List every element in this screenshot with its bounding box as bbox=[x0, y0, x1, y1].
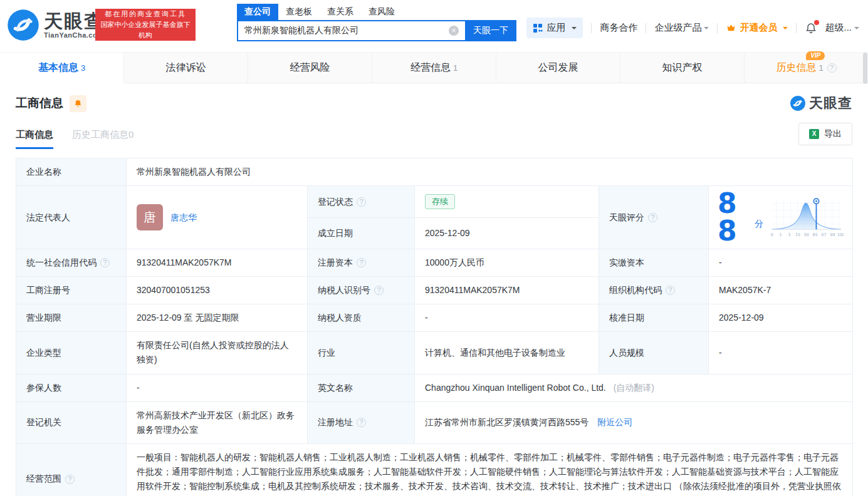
table-row: 法定代表人 唐 唐志华 登记状态 存续 天眼评分 bbox=[16, 186, 853, 218]
help-icon[interactable] bbox=[827, 63, 837, 73]
nearby-companies-link[interactable]: 附近公司 bbox=[597, 417, 632, 427]
scrollbar-thumb[interactable] bbox=[863, 53, 867, 84]
table-row: 统一社会信用代码 91320411MAK2057K7M 注册资本 10000万人… bbox=[16, 249, 853, 277]
nav-enterprise-products[interactable]: 企业级产品 bbox=[654, 22, 709, 34]
svg-text:50: 50 bbox=[804, 232, 809, 237]
search-button[interactable]: 天眼一下 bbox=[465, 20, 516, 41]
field-label: 营业期限 bbox=[16, 304, 127, 332]
business-scope-value: 一般项目：智能机器人的研发；智能机器人销售；工业机器人制造；工业机器人销售；机械… bbox=[127, 443, 853, 496]
tab-basic-info[interactable]: 基本信息 3 bbox=[0, 53, 124, 83]
header-nav: 应用 商务合作 企业级产品 开通会员 bbox=[526, 18, 859, 38]
field-label: 法定代表人 bbox=[16, 186, 127, 249]
field-label: 登记机关 bbox=[16, 401, 127, 443]
tab-legal-litigation[interactable]: 法律诉讼 bbox=[124, 53, 248, 83]
chevron-down-icon bbox=[572, 27, 577, 32]
score-distribution-chart: 0 1 3 15 50 85 97 99 100 bbox=[770, 194, 844, 240]
table-row: 经营范围 一般项目：智能机器人的研发；智能机器人销售；工业机器人制造；工业机器人… bbox=[16, 443, 853, 496]
tab-count: 1 bbox=[818, 63, 823, 73]
tab-company-development[interactable]: 公司发展 bbox=[496, 53, 620, 83]
legal-rep-link[interactable]: 唐志华 bbox=[170, 210, 197, 225]
field-label: 登记状态 bbox=[308, 186, 415, 218]
svg-text:85: 85 bbox=[813, 232, 818, 237]
chevron-down-icon bbox=[704, 27, 709, 32]
field-label: 纳税人识别号 bbox=[308, 277, 415, 304]
nav-open-membership[interactable]: 开通会员 bbox=[726, 22, 788, 34]
top-header: 天眼查 TianYanCha.com 都在用的商业查询工具 国家中小企业发展子基… bbox=[0, 0, 868, 52]
company-tabs: 基本信息 3 法律诉讼 经营风险 经营信息 1 公司发展 知识产权 历史信息 V… bbox=[0, 52, 868, 83]
divider bbox=[591, 23, 592, 33]
tab-operating-risk[interactable]: 经营风险 bbox=[248, 53, 372, 83]
monitor-bell-icon[interactable] bbox=[70, 95, 86, 112]
help-icon[interactable] bbox=[357, 197, 366, 207]
field-label: 注册地址 bbox=[308, 401, 415, 443]
nav-super-vip[interactable]: 超级... bbox=[825, 22, 852, 34]
tab-history-info[interactable]: 历史信息 VIP 1 bbox=[745, 53, 868, 83]
search-tab-risk[interactable]: 查风险 bbox=[361, 4, 402, 20]
english-name-value: Changzhou Xinquan Intelligent Robot Co.,… bbox=[425, 383, 606, 393]
subtab-business-info[interactable]: 工商信息 bbox=[16, 129, 53, 149]
slogan-badge: 都在用的商业查询工具 国家中小企业发展子基金旗下机构 bbox=[95, 9, 196, 41]
vip-badge: VIP bbox=[806, 51, 825, 60]
search-input[interactable] bbox=[237, 20, 465, 41]
subtab-row: 工商信息 历史工商信息0 导出 bbox=[16, 127, 852, 149]
help-icon[interactable] bbox=[357, 258, 366, 267]
table-row: 营业期限 2025-12-09 至 无固定期限 纳税人资质 - 核准日期 202… bbox=[16, 304, 853, 332]
field-label: 天眼评分 bbox=[599, 186, 709, 249]
tianyancha-logo[interactable]: 天眼查 TianYanCha.com bbox=[6, 8, 104, 42]
establish-date-value: 2025-12-09 bbox=[415, 218, 599, 249]
clear-icon[interactable] bbox=[449, 26, 459, 36]
svg-text:97: 97 bbox=[822, 232, 827, 237]
tab-count: 1 bbox=[453, 63, 458, 73]
status-badge: 存续 bbox=[425, 194, 455, 209]
field-label: 人员规模 bbox=[599, 332, 709, 374]
svg-text:3: 3 bbox=[788, 232, 791, 237]
apps-menu[interactable]: 应用 bbox=[526, 18, 583, 38]
table-row: 登记机关 常州高新技术产业开发区（新北区）政务服务管理办公室 注册地址 江苏省常… bbox=[16, 401, 853, 443]
help-icon[interactable] bbox=[357, 418, 366, 427]
business-info-table: 企业名称 常州新泉智能机器人有限公司 法定代表人 唐 唐志华 登记状态 存续 bbox=[16, 158, 853, 496]
search-area: 查公司 查老板 查关系 查风险 天眼一下 bbox=[237, 4, 516, 41]
section-title: 工商信息 bbox=[16, 95, 63, 111]
field-label: 英文名称 bbox=[308, 374, 415, 401]
apps-label: 应用 bbox=[546, 22, 565, 34]
svg-text:0: 0 bbox=[771, 232, 773, 237]
tab-operating-info[interactable]: 经营信息 1 bbox=[372, 53, 496, 83]
subtab-history-business-info[interactable]: 历史工商信息0 bbox=[72, 129, 133, 149]
table-row: 企业名称 常州新泉智能机器人有限公司 bbox=[16, 158, 853, 186]
crown-icon bbox=[726, 23, 736, 33]
help-icon[interactable] bbox=[648, 213, 657, 222]
help-icon[interactable] bbox=[666, 286, 675, 295]
field-label: 组织机构代码 bbox=[599, 277, 709, 304]
field-label: 工商注册号 bbox=[16, 277, 127, 304]
help-icon[interactable] bbox=[100, 258, 110, 267]
company-name-value: 常州新泉智能机器人有限公司 bbox=[127, 158, 853, 186]
tab-count: 3 bbox=[81, 63, 85, 73]
search-tab-company[interactable]: 查公司 bbox=[237, 4, 278, 20]
tab-intellectual-property[interactable]: 知识产权 bbox=[620, 53, 745, 83]
svg-text:99: 99 bbox=[830, 232, 835, 237]
field-label: 行业 bbox=[308, 332, 415, 374]
divider bbox=[717, 23, 718, 33]
address-value: 江苏省常州市新北区罗溪镇黄河西路555号 bbox=[425, 417, 588, 427]
nav-business-cooperation[interactable]: 商务合作 bbox=[600, 22, 637, 34]
search-tab-relation[interactable]: 查关系 bbox=[320, 4, 361, 20]
table-row: 企业类型 有限责任公司(自然人投资或控股的法人独资) 行业 计算机、通信和其他电… bbox=[16, 332, 853, 374]
notification-bell-icon[interactable] bbox=[805, 22, 817, 34]
chevron-down-icon bbox=[854, 27, 859, 32]
legal-rep-avatar[interactable]: 唐 bbox=[137, 204, 163, 230]
table-row: 参保人数 - 英文名称 Changzhou Xinquan Intelligen… bbox=[16, 374, 853, 401]
watermark-text: 天眼查 bbox=[809, 94, 852, 113]
grid-icon bbox=[533, 23, 543, 33]
tianyancha-logo-icon bbox=[790, 95, 806, 111]
help-icon[interactable] bbox=[374, 286, 384, 295]
tianyan-score: 88 分 bbox=[714, 189, 847, 246]
search-tab-boss[interactable]: 查老板 bbox=[278, 4, 320, 20]
field-label: 核准日期 bbox=[599, 304, 709, 332]
svg-text:1: 1 bbox=[780, 232, 782, 237]
slogan-line1: 都在用的商业查询工具 bbox=[100, 9, 191, 19]
score-value: 88 bbox=[718, 190, 753, 245]
help-icon[interactable] bbox=[65, 475, 75, 484]
tianyancha-logo-icon bbox=[6, 8, 40, 42]
export-button[interactable]: 导出 bbox=[798, 123, 852, 145]
field-label: 纳税人资质 bbox=[308, 304, 415, 332]
